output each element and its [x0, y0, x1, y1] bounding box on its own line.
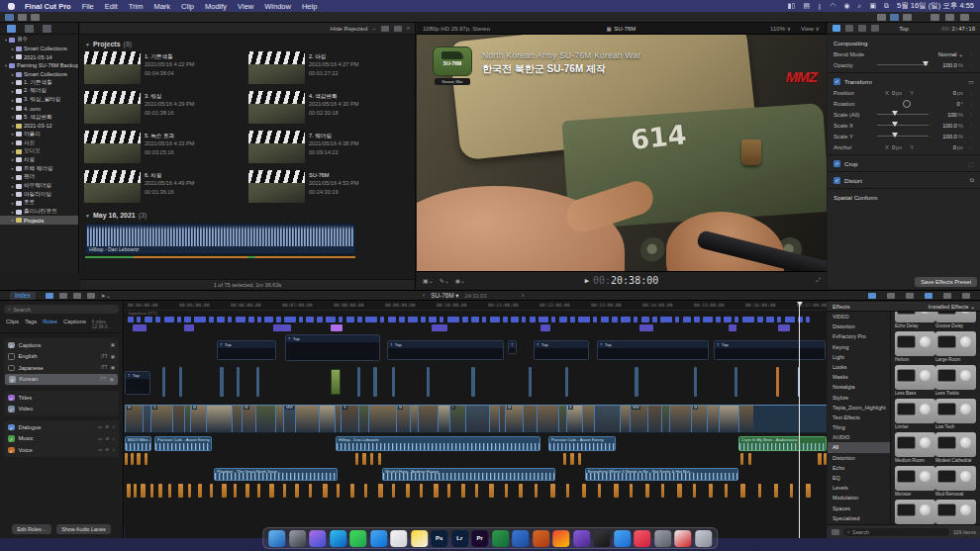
- import-media-icon[interactable]: [5, 14, 14, 21]
- voice-clip[interactable]: [489, 484, 494, 498]
- connected-clip[interactable]: [179, 367, 182, 397]
- effects-category-eq[interactable]: EQ: [828, 473, 890, 483]
- transform-reset-icon[interactable]: ▭: [968, 78, 974, 85]
- storyline-clip[interactable]: [582, 406, 594, 432]
- storyline-clip[interactable]: [707, 406, 719, 432]
- effects-category-levels[interactable]: Levels: [828, 483, 890, 493]
- edit-roles-button[interactable]: Edit Roles…: [12, 524, 51, 534]
- project-name-dropdown[interactable]: SU-76M ▾: [431, 292, 458, 300]
- role-row-captions[interactable]: ✓Captions▣: [4, 339, 119, 351]
- grid-view-icon[interactable]: [832, 529, 839, 535]
- storyline-clip[interactable]: [489, 406, 499, 432]
- effect-item-monster[interactable]: Monster: [895, 466, 935, 497]
- effects-category-stylize[interactable]: Stylize: [828, 393, 890, 403]
- caption-display-icon[interactable]: ▣: [111, 354, 115, 359]
- playhead[interactable]: [799, 302, 800, 538]
- storyline-clip[interactable]: [275, 406, 283, 432]
- storyline-clip[interactable]: [206, 406, 232, 432]
- dock-icon-excel[interactable]: [492, 530, 509, 547]
- save-effects-preset-button[interactable]: Save Effects Preset: [915, 277, 977, 287]
- sidebar-item-하부웨더링[interactable]: ▸하부웨더링: [0, 182, 78, 191]
- voice-clip[interactable]: [127, 484, 131, 498]
- music-clip[interactable]: Parisian Cafe - Aaron Kenny: [154, 436, 212, 451]
- storyline-clip[interactable]: [523, 406, 537, 432]
- caption-clip[interactable]: [339, 317, 343, 322]
- dock-icon-premiere[interactable]: Pr: [471, 530, 488, 547]
- connected-clip[interactable]: [256, 367, 259, 397]
- photos-audio-toggle-icon[interactable]: [960, 14, 969, 21]
- voice-clip[interactable]: [141, 484, 146, 498]
- storyline-clip[interactable]: [669, 406, 691, 432]
- voice-clip[interactable]: [370, 453, 373, 465]
- voice-clip[interactable]: [709, 484, 713, 498]
- audio-inspector-icon[interactable]: [871, 25, 879, 32]
- sidebar-item-2021-05-14[interactable]: ▸2021-05-14: [0, 52, 78, 61]
- caption-clip[interactable]: [806, 317, 810, 322]
- forward-arrow-icon[interactable]: ›: [522, 292, 524, 299]
- role-checkbox[interactable]: [8, 353, 15, 360]
- project-clip-card[interactable]: 7. 웨더링2021/05/16 4:38 PM00:09:14:22: [248, 129, 413, 168]
- fullscreen-icon[interactable]: ⤢: [816, 277, 821, 284]
- title-clip[interactable]: TTop: [597, 340, 709, 360]
- connected-clip[interactable]: [427, 367, 430, 397]
- effects-category-modulation[interactable]: Modulation: [828, 493, 890, 503]
- effects-category-distortion[interactable]: Distortion: [828, 321, 890, 331]
- voice-clip[interactable]: [578, 453, 581, 465]
- voice-clip[interactable]: [378, 484, 383, 498]
- voice-clip[interactable]: [168, 484, 171, 498]
- voice-clip[interactable]: [725, 484, 728, 498]
- connected-clip[interactable]: [529, 367, 532, 397]
- sidebar-item-2. 웨더링[interactable]: ▸2. 웨더링: [0, 87, 78, 96]
- voice-clip[interactable]: [378, 453, 381, 465]
- voice-clip[interactable]: [406, 484, 410, 498]
- voice-clip[interactable]: [309, 484, 312, 498]
- dock-icon-finder[interactable]: [268, 530, 285, 547]
- caption-clip[interactable]: [248, 317, 254, 322]
- caption-clip[interactable]: [490, 317, 500, 322]
- project-clip-card[interactable]: 1. 기본색칠2021/05/16 4:22 PM00:04:38:04: [84, 49, 248, 89]
- role-row-dialogue[interactable]: ✓Dialogue▭≋○: [4, 421, 119, 433]
- wifi-icon[interactable]: ◠: [830, 2, 835, 10]
- opacity-row[interactable]: Opacity 100.0% ○: [828, 59, 980, 70]
- param-slider[interactable]: [877, 125, 929, 127]
- filter-dropdown[interactable]: Hide Rejected: [331, 26, 368, 32]
- caption-clip[interactable]: [276, 317, 281, 322]
- video-canvas[interactable]: 614 SU-76M Korean War North Korean Army …: [417, 35, 827, 271]
- connected-clip[interactable]: [565, 367, 568, 397]
- connected-clip[interactable]: [735, 367, 737, 397]
- connected-clip[interactable]: [635, 367, 638, 397]
- transform-checkbox[interactable]: ✓: [833, 78, 840, 85]
- caption-clip[interactable]: [766, 317, 774, 322]
- crop-checkbox[interactable]: ✓: [833, 160, 840, 167]
- role-row-japanese[interactable]: JapaneseiTT▣: [4, 362, 119, 374]
- lane-icon[interactable]: ▭: [98, 424, 102, 429]
- effect-item-helium[interactable]: Helium: [895, 331, 935, 362]
- sidebar-item-5. 색감변화[interactable]: ▾5. 색감변화: [0, 113, 78, 122]
- voice-clip[interactable]: [630, 484, 633, 498]
- caption-clip[interactable]: [778, 324, 790, 331]
- crop-header-row[interactable]: ✓ Crop⬚: [828, 157, 980, 169]
- keyword-editor-icon[interactable]: [18, 14, 27, 21]
- transform-header-row[interactable]: ✓ Transform▭: [828, 75, 980, 87]
- voice-clip[interactable]: [758, 484, 761, 498]
- project-clip-card[interactable]: 6. 치핑2021/05/16 4:49 PM00:01:36:16: [84, 168, 248, 208]
- caption-clip[interactable]: [724, 317, 732, 322]
- caption-clip[interactable]: [551, 317, 555, 322]
- param-row-scale-x[interactable]: Scale X100.0%○: [828, 120, 980, 131]
- show-audio-lanes-button[interactable]: Show Audio Lanes: [56, 524, 111, 534]
- dock-icon-chrome[interactable]: [552, 530, 569, 547]
- role-row-video[interactable]: ✓Video: [4, 404, 119, 415]
- storyline-clip[interactable]: [295, 406, 319, 432]
- menu-item[interactable]: File: [82, 2, 94, 11]
- effects-category-tepla-zoom-highlight[interactable]: Tepla_Zoom_Highlight: [828, 403, 890, 413]
- storyline-clip[interactable]: [410, 406, 418, 432]
- effects-category-echo[interactable]: Echo: [828, 463, 890, 473]
- caption-clip[interactable]: [432, 324, 447, 331]
- menu-item[interactable]: Trim: [129, 2, 144, 11]
- voice-clip[interactable]: [269, 484, 274, 498]
- effects-panel-toggle-icon[interactable]: [943, 293, 951, 299]
- music-clip[interactable]: Hilltop - Dan Lebowitz: [336, 436, 540, 451]
- voice-clip[interactable]: [210, 484, 213, 498]
- storyline-clip[interactable]: [358, 406, 368, 432]
- caption-clip[interactable]: [540, 324, 550, 331]
